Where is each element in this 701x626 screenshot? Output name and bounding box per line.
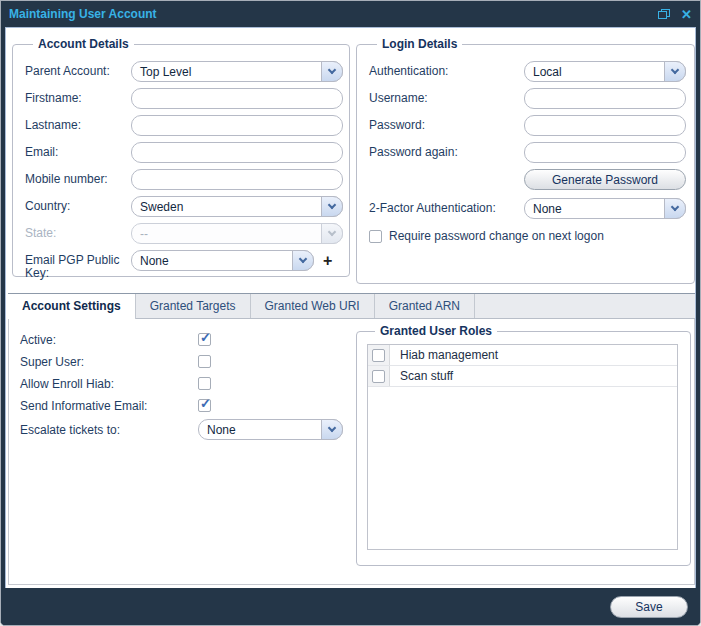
authentication-row: Authentication: Local — [369, 61, 686, 82]
login-details-legend: Login Details — [377, 37, 462, 51]
role-label: Scan stuff — [390, 369, 453, 383]
tab-body-account-settings: Active: ✓ Super User: Allow Enroll Hiab:… — [8, 319, 695, 585]
firstname-label: Firstname: — [25, 88, 131, 105]
authentication-trigger[interactable] — [664, 61, 686, 82]
username-row: Username: — [369, 88, 686, 109]
login-details-group: Login Details Authentication: Local User… — [356, 37, 695, 284]
close-icon[interactable]: ✕ — [681, 8, 692, 21]
tab-granted-arn[interactable]: Granted ARN — [375, 294, 475, 318]
generate-password-button[interactable]: Generate Password — [524, 169, 686, 190]
password-input[interactable] — [524, 115, 686, 136]
generate-password-row: Generate Password — [369, 169, 686, 190]
username-label: Username: — [369, 88, 524, 105]
title-bar: Maintaining User Account ✕ — [1, 1, 700, 27]
list-item[interactable]: Scan stuff — [368, 366, 677, 387]
dialog-window: Maintaining User Account ✕ Account Detai… — [0, 0, 701, 626]
require-password-change-row: Require password change on next logon — [369, 229, 686, 243]
parent-account-row: Parent Account: Top Level — [25, 61, 343, 82]
country-label: Country: — [25, 196, 131, 213]
allow-enroll-hiab-checkbox[interactable] — [198, 377, 211, 390]
password-again-input[interactable] — [524, 142, 686, 163]
state-select: -- — [131, 223, 343, 244]
restore-icon[interactable] — [658, 9, 670, 19]
mobile-number-input[interactable] — [131, 169, 343, 190]
parent-account-select[interactable]: Top Level — [131, 61, 343, 82]
generate-password-spacer — [369, 169, 524, 173]
chevron-down-icon — [328, 66, 336, 74]
super-user-row: Super User: — [20, 353, 343, 370]
escalate-tickets-row: Escalate tickets to: None — [20, 419, 343, 440]
two-factor-trigger[interactable] — [664, 198, 686, 219]
require-password-change-checkbox[interactable] — [369, 230, 382, 243]
lastname-label: Lastname: — [25, 115, 131, 132]
granted-user-roles-group: Granted User Roles Hiab management — [356, 324, 691, 566]
tab-panel: Account Settings Granted Targets Granted… — [8, 293, 695, 585]
state-trigger — [321, 223, 343, 244]
escalate-tickets-label: Escalate tickets to: — [20, 423, 198, 437]
escalate-tickets-trigger[interactable] — [321, 419, 343, 440]
tab-granted-web-uri[interactable]: Granted Web URI — [251, 294, 375, 318]
escalate-tickets-select[interactable]: None — [198, 419, 343, 440]
role-label: Hiab management — [390, 348, 498, 362]
authentication-label: Authentication: — [369, 61, 524, 78]
chevron-down-icon — [671, 66, 679, 74]
password-again-label: Password again: — [369, 142, 524, 159]
two-factor-select[interactable]: None — [524, 198, 686, 219]
email-input[interactable] — [131, 142, 343, 163]
email-label: Email: — [25, 142, 131, 159]
country-trigger[interactable] — [321, 196, 343, 217]
country-row: Country: Sweden — [25, 196, 343, 217]
active-label: Active: — [20, 333, 198, 347]
list-item[interactable]: Hiab management — [368, 345, 677, 366]
active-checkbox[interactable]: ✓ — [198, 333, 211, 346]
tab-granted-targets[interactable]: Granted Targets — [136, 294, 251, 318]
two-factor-row: 2-Factor Authentication: None — [369, 198, 686, 219]
allow-enroll-hiab-row: Allow Enroll Hiab: — [20, 375, 343, 392]
role-checkbox[interactable] — [372, 370, 385, 383]
send-informative-email-row: Send Informative Email: ✓ — [20, 397, 343, 414]
password-again-row: Password again: — [369, 142, 686, 163]
account-details-group: Account Details Parent Account: Top Leve… — [12, 37, 350, 277]
tab-account-settings[interactable]: Account Settings — [8, 294, 136, 319]
country-select[interactable]: Sweden — [131, 196, 343, 217]
role-checkbox-cell — [368, 366, 390, 386]
footer-bar: Save — [1, 588, 700, 625]
granted-user-roles-list: Hiab management Scan stuff — [367, 344, 678, 550]
chevron-down-icon — [328, 424, 336, 432]
window-title: Maintaining User Account — [9, 7, 157, 21]
firstname-row: Firstname: — [25, 88, 343, 109]
granted-user-roles-legend: Granted User Roles — [375, 324, 497, 338]
allow-enroll-hiab-label: Allow Enroll Hiab: — [20, 377, 198, 391]
email-pgp-key-select[interactable]: None — [131, 250, 314, 271]
account-settings-fields: Active: ✓ Super User: Allow Enroll Hiab:… — [20, 331, 343, 445]
authentication-select[interactable]: Local — [524, 61, 686, 82]
mobile-number-row: Mobile number: — [25, 169, 343, 190]
email-pgp-key-trigger[interactable] — [292, 250, 314, 271]
state-row: State: -- — [25, 223, 343, 244]
super-user-checkbox[interactable] — [198, 355, 211, 368]
username-input[interactable] — [524, 88, 686, 109]
two-factor-label: 2-Factor Authentication: — [369, 198, 524, 215]
super-user-label: Super User: — [20, 355, 198, 369]
account-details-legend: Account Details — [33, 37, 134, 51]
send-informative-email-label: Send Informative Email: — [20, 399, 198, 413]
password-row: Password: — [369, 115, 686, 136]
role-checkbox-cell — [368, 345, 390, 365]
email-row: Email: — [25, 142, 343, 163]
role-checkbox[interactable] — [372, 349, 385, 362]
lastname-row: Lastname: — [25, 115, 343, 136]
chevron-down-icon — [328, 201, 336, 209]
tab-strip: Account Settings Granted Targets Granted… — [8, 293, 695, 319]
password-label: Password: — [369, 115, 524, 132]
email-pgp-key-label: Email PGP Public Key: — [25, 250, 131, 280]
firstname-input[interactable] — [131, 88, 343, 109]
active-row: Active: ✓ — [20, 331, 343, 348]
chevron-down-icon — [671, 203, 679, 211]
lastname-input[interactable] — [131, 115, 343, 136]
send-informative-email-checkbox[interactable]: ✓ — [198, 399, 211, 412]
parent-account-trigger[interactable] — [321, 61, 343, 82]
state-label: State: — [25, 223, 131, 240]
save-button[interactable]: Save — [610, 596, 688, 618]
dialog-body: Account Details Parent Account: Top Leve… — [5, 27, 696, 589]
add-pgp-key-icon[interactable]: + — [323, 250, 332, 270]
